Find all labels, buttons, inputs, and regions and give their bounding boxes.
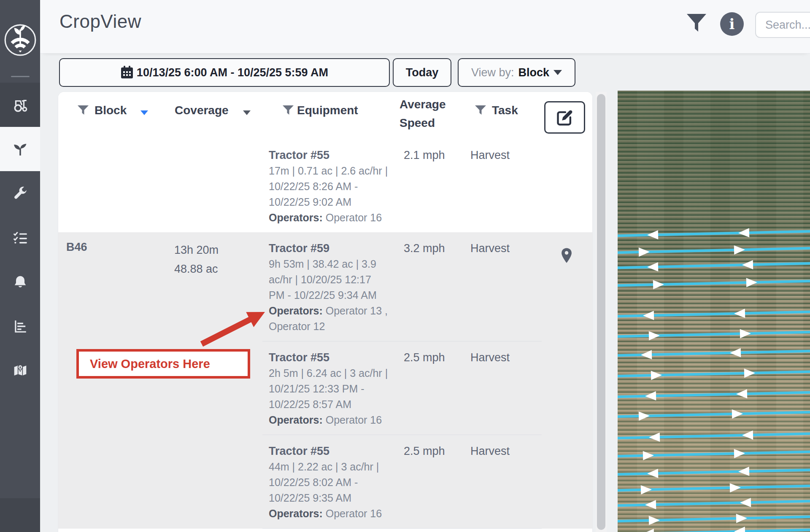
track-direction-arrow-icon [744,368,755,378]
track-direction-arrow-icon [639,247,650,257]
edit-table-button[interactable] [544,101,585,134]
track-direction-arrow-icon [746,278,757,287]
sidebar-item-maintenance[interactable] [0,171,40,215]
sidebar-bottom-section [0,498,40,532]
sidebar-divider [11,76,30,77]
search-input[interactable] [755,12,810,38]
scrollbar-thumb[interactable] [597,94,605,530]
track-direction-arrow-icon [643,529,654,532]
entry-task: Harvest [464,443,542,521]
equipment-entry-row[interactable]: Tractor #59 9h 53m | 38.42 ac | 3.9 ac/h… [262,232,542,341]
equipment-name: Tractor #55 [269,350,389,365]
sidebar-item-tasks[interactable] [0,215,40,260]
view-by-dropdown[interactable]: View by: Block [458,58,575,87]
coverage-sort-caret[interactable] [243,110,251,115]
gps-track-line [618,247,810,254]
vertical-scrollbar [596,92,607,532]
entry-operators: Operators: Operator 16 [269,412,389,428]
entry-operators: Operators: Operator 13 , Operator 12 [269,303,389,334]
track-direction-arrow-icon [643,311,654,320]
column-header-block: Block [94,104,127,117]
equipment-name: Tractor #55 [269,148,389,163]
sidebar-item-map[interactable] [0,348,40,392]
entry-task: Harvest [464,350,542,428]
page-title: CropView [59,11,141,32]
track-direction-arrow-icon [639,411,650,421]
entry-speed: 3.2 mph [397,241,464,334]
block-cell: B46 [66,232,159,529]
equipment-table: Block Coverage Equipment Average Speed T… [58,92,592,532]
entry-task: Harvest [464,241,542,334]
annotation-callout: View Operators Here [76,349,250,379]
filter-icon[interactable] [687,14,706,32]
field-map[interactable] [618,91,810,532]
entry-speed: 2.5 mph [397,443,464,521]
block-group-row: B46 13h 20m 48.88 ac Tractor #59 9h 53m … [58,232,592,529]
sidebar-item-reports[interactable] [0,304,40,348]
info-icon[interactable]: i [720,12,744,36]
track-direction-arrow-icon [736,389,747,399]
today-button[interactable]: Today [393,58,451,87]
track-direction-arrow-icon [734,449,745,458]
equipment-entry-row[interactable]: Tractor #55 17m | 0.71 ac | 2.6 ac/hr | … [262,143,542,232]
track-direction-arrow-icon [738,228,749,238]
track-direction-arrow-icon [653,280,664,290]
block-sort-caret[interactable] [140,110,148,115]
track-direction-arrow-icon [641,350,652,360]
sidebar-item-crops[interactable] [0,127,40,171]
equipment-entry-row[interactable]: Tractor #55 44m | 2.22 ac | 3 ac/hr | 10… [262,435,542,529]
track-direction-arrow-icon [647,262,658,272]
gps-track-line [618,230,810,237]
chart-icon [13,319,28,334]
gps-track-line [618,516,810,523]
track-direction-arrow-icon [742,430,753,440]
gps-track-line [618,280,810,287]
gps-track-line [618,485,810,492]
entry-operators: Operators: Operator 16 [269,210,389,226]
map-pin-icon[interactable] [560,247,573,264]
gps-track-line [618,433,810,440]
equipment-name: Tractor #55 [269,443,389,459]
gps-track-line [618,500,810,507]
equipment-entry-row[interactable]: Tractor #55 2h 5m | 6.24 ac | 3 ac/hr | … [262,341,542,435]
equipment-filter-icon[interactable] [283,105,294,116]
table-body: Tractor #55 17m | 0.71 ac | 2.6 ac/hr | … [58,143,592,529]
entry-operators: Operators: Operator 16 [269,506,389,521]
operators-label: Operators: [269,508,323,519]
operators-value: Operator 16 [326,414,382,426]
track-direction-arrow-icon [647,230,658,240]
sidebar-item-equipment[interactable] [0,83,40,127]
track-direction-arrow-icon [730,483,741,493]
track-direction-arrow-icon [736,513,747,523]
column-header-task: Task [492,104,518,117]
track-direction-arrow-icon [647,469,658,478]
coverage-cell [159,143,262,232]
column-header-speed: Speed [400,116,435,130]
gps-track-line [618,411,810,418]
equipment-entries: Tractor #55 17m | 0.71 ac | 2.6 ac/hr | … [262,143,542,232]
table-header: Block Coverage Equipment Average Speed T… [58,92,592,143]
block-filter-icon[interactable] [78,105,89,116]
coverage-cell: 13h 20m 48.88 ac [159,232,262,529]
gps-track-line [618,469,810,476]
entry-details: 44m | 2.22 ac | 3 ac/hr | 10/22/25 8:02 … [269,461,379,504]
track-direction-arrow-icon [730,348,741,358]
sidebar-item-alerts[interactable] [0,260,40,304]
date-range-button[interactable]: 10/13/25 6:00 AM - 10/25/25 5:59 AM [59,58,390,87]
column-header-average: Average [400,98,446,111]
annotation-label: View Operators Here [90,357,210,371]
track-direction-arrow-icon [740,498,751,508]
topbar: CropView i [40,0,810,53]
gps-track-line [618,262,810,269]
tractor-icon [12,97,28,113]
track-direction-arrow-icon [734,527,745,532]
track-direction-arrow-icon [742,260,753,270]
sidebar-nav [0,83,40,392]
gps-track-line [618,331,810,338]
map-icon [13,363,28,378]
date-range-label: 10/13/25 6:00 AM - 10/25/25 5:59 AM [137,66,328,79]
gps-track-line [618,371,810,378]
gps-track-line [618,529,810,532]
task-filter-icon[interactable] [475,105,486,116]
gps-track-line [618,391,810,398]
